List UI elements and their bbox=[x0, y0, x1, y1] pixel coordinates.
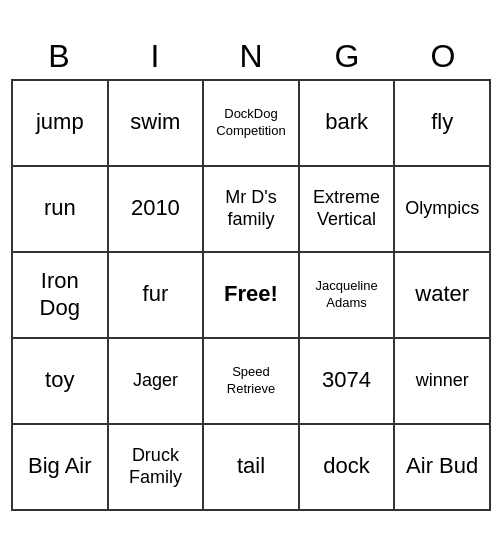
bingo-cell[interactable]: 3074 bbox=[300, 339, 396, 425]
bingo-cell[interactable]: run bbox=[13, 167, 109, 253]
header-letter: N bbox=[203, 34, 299, 79]
bingo-cell[interactable]: tail bbox=[204, 425, 300, 511]
bingo-cell[interactable]: DockDog Competition bbox=[204, 81, 300, 167]
bingo-card: BINGO jumpswimDockDog Competitionbarkfly… bbox=[11, 34, 491, 511]
bingo-cell[interactable]: jump bbox=[13, 81, 109, 167]
bingo-cell[interactable]: Jacqueline Adams bbox=[300, 253, 396, 339]
bingo-cell[interactable]: Big Air bbox=[13, 425, 109, 511]
bingo-cell[interactable]: fur bbox=[109, 253, 205, 339]
header-letter: G bbox=[299, 34, 395, 79]
header-letter: I bbox=[107, 34, 203, 79]
bingo-cell[interactable]: fly bbox=[395, 81, 491, 167]
header-letter: B bbox=[11, 34, 107, 79]
bingo-cell[interactable]: winner bbox=[395, 339, 491, 425]
bingo-cell[interactable]: Druck Family bbox=[109, 425, 205, 511]
bingo-cell[interactable]: Extreme Vertical bbox=[300, 167, 396, 253]
bingo-cell[interactable]: Mr D's family bbox=[204, 167, 300, 253]
bingo-grid: jumpswimDockDog Competitionbarkflyrun201… bbox=[11, 79, 491, 511]
bingo-cell[interactable]: Speed Retrieve bbox=[204, 339, 300, 425]
bingo-cell[interactable]: water bbox=[395, 253, 491, 339]
bingo-cell[interactable]: swim bbox=[109, 81, 205, 167]
bingo-cell[interactable]: 2010 bbox=[109, 167, 205, 253]
bingo-header: BINGO bbox=[11, 34, 491, 79]
bingo-cell[interactable]: Olympics bbox=[395, 167, 491, 253]
header-letter: O bbox=[395, 34, 491, 79]
bingo-cell[interactable]: dock bbox=[300, 425, 396, 511]
bingo-cell[interactable]: toy bbox=[13, 339, 109, 425]
bingo-cell[interactable]: Iron Dog bbox=[13, 253, 109, 339]
bingo-cell[interactable]: Air Bud bbox=[395, 425, 491, 511]
bingo-cell[interactable]: bark bbox=[300, 81, 396, 167]
bingo-cell[interactable]: Jager bbox=[109, 339, 205, 425]
bingo-cell[interactable]: Free! bbox=[204, 253, 300, 339]
